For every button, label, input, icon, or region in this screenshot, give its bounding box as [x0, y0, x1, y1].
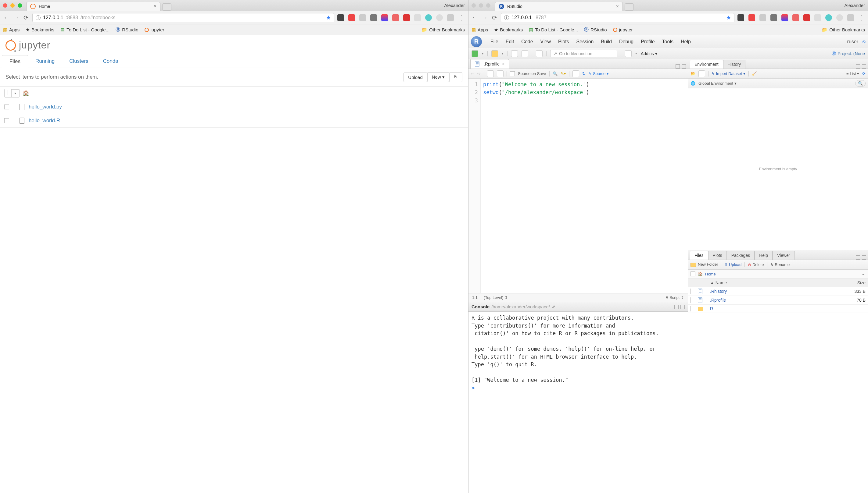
- ext-icon[interactable]: [425, 14, 432, 21]
- env-scope[interactable]: Global Environment ▾: [699, 81, 736, 86]
- menu-help[interactable]: Help: [681, 39, 691, 44]
- menu-session[interactable]: Session: [577, 39, 594, 44]
- ext-icon[interactable]: [847, 14, 854, 21]
- menu-file[interactable]: File: [490, 39, 498, 44]
- file-row[interactable]: hello_world.R: [0, 114, 468, 128]
- new-folder-button[interactable]: New Folder: [690, 262, 718, 267]
- save-icon[interactable]: [511, 50, 518, 57]
- ext-icon[interactable]: [770, 14, 777, 21]
- new-tab-button[interactable]: [625, 3, 634, 10]
- ext-icon[interactable]: [436, 14, 443, 21]
- file-row[interactable]: .Rhistory 333 B: [688, 287, 868, 296]
- other-bookmarks[interactable]: 📁Other Bookmarks: [822, 27, 865, 33]
- refresh-icon[interactable]: ⟳: [862, 71, 866, 76]
- chrome-profile[interactable]: Alexander: [844, 3, 865, 8]
- home-icon[interactable]: 🏠: [698, 272, 703, 276]
- save-icon[interactable]: [497, 70, 504, 77]
- ext-icon[interactable]: [414, 14, 421, 21]
- ext-icon[interactable]: [792, 14, 799, 21]
- info-icon[interactable]: i: [504, 15, 509, 20]
- bookmark-item[interactable]: jupyter: [145, 27, 164, 32]
- tab-running[interactable]: Running: [28, 55, 62, 68]
- tab-viewer[interactable]: Viewer: [772, 251, 795, 260]
- upload-button[interactable]: Upload: [404, 72, 427, 82]
- bookmark-item[interactable]: ⓇRStudio: [584, 27, 607, 33]
- file-row[interactable]: hello_world.py: [0, 100, 468, 114]
- addins-menu[interactable]: Addins ▾: [641, 51, 657, 56]
- back-icon[interactable]: ⇦: [471, 71, 474, 76]
- traffic-lights-inactive[interactable]: [471, 3, 490, 7]
- list-mode[interactable]: ≡ List ▾: [846, 71, 859, 76]
- other-bookmarks[interactable]: 📁Other Bookmarks: [422, 27, 465, 33]
- file-row[interactable]: .Rprofile 70 B: [688, 296, 868, 304]
- rename-button[interactable]: ↳ Rename: [770, 262, 790, 267]
- save-icon[interactable]: [699, 70, 705, 77]
- source-button[interactable]: ↳ Source ▾: [589, 71, 609, 76]
- file-link[interactable]: R: [710, 306, 713, 311]
- find-icon[interactable]: 🔍: [553, 71, 558, 76]
- crumb-home[interactable]: Home: [705, 272, 716, 276]
- tab-history[interactable]: History: [723, 60, 746, 68]
- saveall-icon[interactable]: [522, 50, 528, 57]
- goto-wd-icon[interactable]: ⇗: [552, 304, 556, 309]
- file-link[interactable]: hello_world.py: [29, 104, 62, 110]
- console-output[interactable]: R is a collaborative project with many c…: [468, 312, 688, 493]
- menu-build[interactable]: Build: [601, 39, 612, 44]
- traffic-lights[interactable]: [3, 3, 22, 7]
- menu-debug[interactable]: Debug: [619, 39, 633, 44]
- row-checkbox[interactable]: [690, 288, 691, 294]
- select-all-checkbox[interactable]: [690, 272, 695, 276]
- file-link[interactable]: hello_world.R: [29, 117, 60, 124]
- chrome-profile[interactable]: Alexander: [444, 3, 465, 8]
- bookmark-item[interactable]: ★Bookmarks: [494, 27, 523, 33]
- menu-icon[interactable]: ⋮: [458, 14, 465, 21]
- popout-icon[interactable]: [487, 70, 494, 77]
- ext-icon[interactable]: [803, 14, 810, 21]
- goto-file-input[interactable]: ↗Go to file/function: [550, 50, 617, 57]
- forward-icon[interactable]: ⇨: [477, 71, 481, 76]
- info-icon[interactable]: i: [36, 15, 41, 20]
- run-icon[interactable]: [572, 70, 579, 77]
- bookmark-star-icon[interactable]: ★: [726, 14, 731, 21]
- tab-files[interactable]: Files: [690, 251, 708, 260]
- refresh-button[interactable]: ↻: [449, 72, 462, 82]
- maximize-icon[interactable]: [862, 64, 866, 68]
- more-icon[interactable]: ⋯: [862, 272, 866, 276]
- file-type[interactable]: R Script ⇕: [665, 295, 684, 300]
- ext-icon[interactable]: [760, 14, 766, 21]
- ext-icon[interactable]: [836, 14, 843, 21]
- project-selector[interactable]: ⓇProject: (None: [832, 51, 865, 56]
- bookmark-item[interactable]: ⓇRStudio: [116, 27, 138, 33]
- bookmark-item[interactable]: ★Bookmarks: [26, 27, 54, 33]
- signout-icon[interactable]: ⎋: [863, 39, 866, 44]
- upload-button[interactable]: ⬆ Upload: [724, 262, 742, 267]
- file-link[interactable]: .Rprofile: [710, 298, 726, 303]
- minimize-icon[interactable]: [856, 64, 860, 68]
- tab-conda[interactable]: Conda: [96, 55, 126, 68]
- maximize-icon[interactable]: [682, 64, 686, 68]
- menu-tools[interactable]: Tools: [662, 39, 673, 44]
- import-dataset-button[interactable]: ↳ Import Dataset ▾: [711, 71, 745, 76]
- bookmark-item[interactable]: ▤To Do List - Google...: [529, 27, 578, 33]
- new-tab-button[interactable]: [162, 3, 171, 10]
- browser-tab-home[interactable]: Home ×: [26, 2, 160, 11]
- menu-profile[interactable]: Profile: [641, 39, 654, 44]
- ext-icon[interactable]: [738, 14, 744, 21]
- col-size[interactable]: Size: [844, 279, 868, 287]
- wand-icon[interactable]: ✎▾: [561, 71, 566, 76]
- load-icon[interactable]: 📂: [690, 71, 695, 76]
- ext-icon[interactable]: [337, 14, 344, 21]
- apps-shortcut[interactable]: ▦Apps: [3, 27, 20, 33]
- ext-icon[interactable]: [403, 14, 410, 21]
- row-checkbox[interactable]: [690, 297, 691, 303]
- tab-files[interactable]: Files: [2, 55, 28, 68]
- ext-icon[interactable]: [370, 14, 377, 21]
- source-tab-rprofile[interactable]: .Rprofile ×: [470, 59, 509, 68]
- ext-icon[interactable]: [447, 14, 454, 21]
- row-checkbox[interactable]: [690, 306, 691, 312]
- tab-plots[interactable]: Plots: [708, 251, 727, 260]
- maximize-icon[interactable]: [862, 255, 866, 260]
- select-all-checkbox[interactable]: [7, 90, 8, 95]
- tab-environment[interactable]: Environment: [690, 60, 723, 68]
- menu-view[interactable]: View: [541, 39, 551, 44]
